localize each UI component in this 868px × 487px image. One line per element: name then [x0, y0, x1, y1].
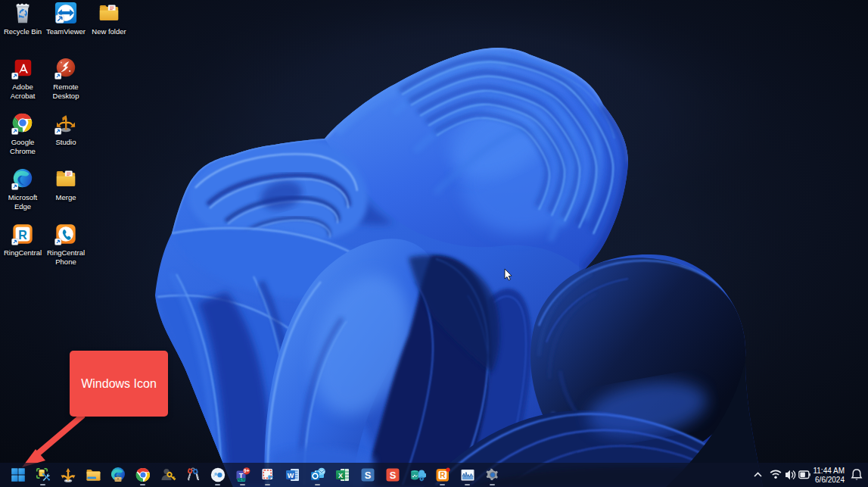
svg-text:NEW: NEW — [237, 478, 245, 482]
svg-text:W: W — [287, 472, 294, 479]
svg-text:R: R — [18, 229, 27, 242]
svg-text:S: S — [389, 470, 396, 481]
svg-text:S: S — [364, 470, 371, 481]
svg-text:R: R — [440, 471, 446, 479]
svg-text:X: X — [338, 472, 342, 479]
svg-text:9+: 9+ — [244, 468, 250, 473]
